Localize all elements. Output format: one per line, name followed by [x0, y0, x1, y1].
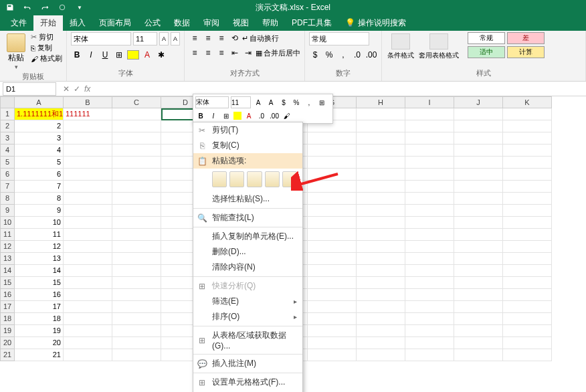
cell[interactable]: [308, 253, 357, 265]
row-header[interactable]: 15: [0, 277, 15, 289]
cell[interactable]: [454, 205, 503, 217]
cell[interactable]: [64, 325, 112, 337]
qat-dropdown-icon[interactable]: ▼: [75, 3, 84, 12]
cell[interactable]: [454, 301, 503, 313]
cell[interactable]: [308, 169, 357, 181]
cell[interactable]: [112, 241, 161, 253]
cell[interactable]: 1.1111111和1: [15, 108, 64, 120]
cell[interactable]: [64, 289, 112, 301]
cell[interactable]: [503, 193, 552, 205]
cell[interactable]: [454, 337, 503, 349]
cell[interactable]: [112, 205, 161, 217]
cell[interactable]: [357, 277, 405, 289]
ctx-clear[interactable]: 清除内容(N): [193, 260, 302, 275]
cell[interactable]: [405, 253, 454, 265]
cell[interactable]: [503, 169, 552, 181]
tab-review[interactable]: 审阅: [197, 15, 226, 31]
cell[interactable]: 15: [15, 277, 64, 289]
cell[interactable]: [454, 277, 503, 289]
mini-fill-icon[interactable]: [233, 112, 241, 120]
indent-inc-icon[interactable]: ⇥: [242, 47, 254, 59]
cell[interactable]: 11: [15, 229, 64, 241]
cell[interactable]: [503, 157, 552, 169]
accept-icon[interactable]: ✓: [74, 84, 80, 94]
cell[interactable]: [405, 108, 454, 120]
cell[interactable]: [405, 313, 454, 325]
cell[interactable]: [405, 193, 454, 205]
mini-inc-font-icon[interactable]: A: [253, 97, 264, 108]
paste-opt-formulas[interactable]: [247, 171, 262, 187]
cell[interactable]: [405, 205, 454, 217]
row-header[interactable]: 17: [0, 301, 15, 313]
paste-button[interactable]: 粘贴 ▾: [4, 32, 28, 72]
cell[interactable]: [454, 132, 503, 144]
ctx-copy[interactable]: ⎘复制(C): [193, 138, 302, 153]
cell[interactable]: 10: [15, 217, 64, 229]
paste-opt-values[interactable]: [229, 171, 244, 187]
ctx-insert-comment[interactable]: 💬插入批注(M): [193, 356, 302, 371]
cell[interactable]: 3: [15, 132, 64, 144]
ctx-paste-special[interactable]: 选择性粘贴(S)...: [193, 191, 302, 207]
cell[interactable]: [503, 277, 552, 289]
cell[interactable]: [405, 169, 454, 181]
cell[interactable]: [112, 337, 161, 349]
cell[interactable]: [308, 229, 357, 241]
format-painter-button[interactable]: 🖌格式刷: [31, 54, 62, 64]
cell[interactable]: [64, 253, 112, 265]
tab-formulas[interactable]: 公式: [138, 15, 167, 31]
cell[interactable]: [308, 265, 357, 277]
cell[interactable]: [454, 169, 503, 181]
row-header[interactable]: 10: [0, 217, 15, 229]
mini-dec-decimal-icon[interactable]: .00: [269, 110, 280, 121]
cell[interactable]: [112, 193, 161, 205]
cell[interactable]: [503, 349, 552, 361]
ctx-delete[interactable]: 删除(D)...: [193, 244, 302, 260]
cell[interactable]: [308, 157, 357, 169]
cell[interactable]: [454, 144, 503, 157]
cell[interactable]: [112, 277, 161, 289]
align-center-icon[interactable]: ≡: [202, 47, 214, 59]
cell[interactable]: [64, 169, 112, 181]
bold-button[interactable]: B: [71, 48, 83, 62]
cell[interactable]: [308, 337, 357, 349]
mini-inc-decimal-icon[interactable]: .0: [256, 110, 267, 121]
cell[interactable]: [357, 313, 405, 325]
mini-size-select[interactable]: [231, 96, 251, 108]
cell[interactable]: [503, 325, 552, 337]
cell[interactable]: [503, 132, 552, 144]
cell[interactable]: [357, 120, 405, 132]
row-header[interactable]: 18: [0, 313, 15, 325]
wrap-text-button[interactable]: ↵自动换行: [242, 33, 279, 43]
cell[interactable]: [503, 301, 552, 313]
cell[interactable]: [405, 325, 454, 337]
underline-button[interactable]: U: [99, 48, 111, 62]
row-header[interactable]: 11: [0, 229, 15, 241]
cell[interactable]: [308, 144, 357, 157]
cell[interactable]: 21: [15, 349, 64, 361]
cell[interactable]: [357, 241, 405, 253]
cell[interactable]: [308, 289, 357, 301]
cell[interactable]: [405, 132, 454, 144]
cell[interactable]: [357, 289, 405, 301]
orientation-icon[interactable]: ⟲: [229, 32, 241, 44]
cell[interactable]: [503, 120, 552, 132]
cell[interactable]: [357, 253, 405, 265]
cell[interactable]: [454, 181, 503, 193]
align-top-icon[interactable]: ≡: [189, 32, 201, 44]
cell[interactable]: [308, 181, 357, 193]
cell[interactable]: [64, 313, 112, 325]
cell[interactable]: [308, 277, 357, 289]
cell[interactable]: [357, 325, 405, 337]
cell[interactable]: [454, 193, 503, 205]
cell[interactable]: [64, 349, 112, 361]
align-left-icon[interactable]: ≡: [189, 47, 201, 59]
tab-insert[interactable]: 插入: [63, 15, 92, 31]
cell[interactable]: [357, 229, 405, 241]
cell[interactable]: [503, 313, 552, 325]
row-header[interactable]: 20: [0, 337, 15, 349]
cell[interactable]: [64, 277, 112, 289]
tab-file[interactable]: 文件: [4, 15, 33, 31]
tell-me-search[interactable]: 💡 操作说明搜索: [345, 17, 406, 29]
cell[interactable]: [405, 181, 454, 193]
increase-decimal-icon[interactable]: .0: [351, 48, 363, 62]
